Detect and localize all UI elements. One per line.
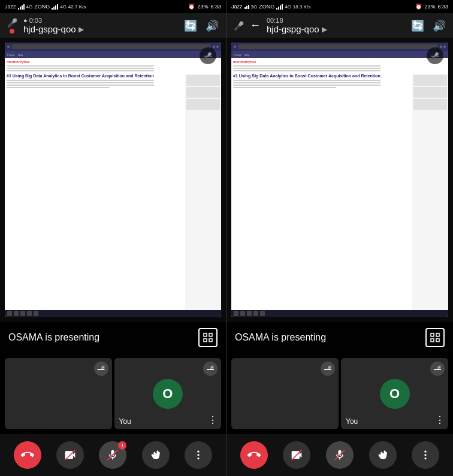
carrier2-right: ZONG: [259, 4, 274, 10]
mute-mic-empty-right: 🎤: [324, 366, 331, 372]
left-panel: Jazz 4G ZONG 4G 42.7 K/s ⏰ 23% 6:33: [0, 0, 226, 476]
controls-bar-left: 1: [0, 434, 226, 476]
sidebar-item-2-right: [413, 87, 447, 98]
svg-point-8: [198, 457, 200, 459]
hand-raise-btn-left[interactable]: [142, 441, 170, 469]
webpage-sidebar-right: [412, 74, 448, 310]
nav-more-left: ···: [26, 53, 28, 56]
participant-mute-you-right[interactable]: 🎤: [430, 361, 445, 376]
call-header-right: 🎤 ← 00:18 hjd-gspg-qoo ▶ 🔄 🔊: [226, 13, 453, 38]
header-actions-right[interactable]: 🔄 🔊: [411, 19, 446, 32]
call-header-left: 🎤 ● 0:03 hjd-gspg-qoo ▶ 🔄 🔊: [0, 13, 226, 38]
signal-type-left: 4G: [26, 4, 33, 10]
participant-mute-you-left[interactable]: 🎤: [203, 361, 218, 376]
taskbar-icon-2-left: [14, 311, 19, 316]
speaker-icon-right[interactable]: 🔊: [433, 19, 446, 32]
participant-mute-empty-right[interactable]: 🎤: [321, 361, 335, 376]
nav-pricing-right: Pricing: [234, 53, 241, 56]
participant-name-right: You: [346, 417, 358, 426]
hand-raise-btn-right[interactable]: [369, 441, 397, 469]
header-actions-left[interactable]: 🔄 🔊: [184, 19, 219, 32]
camera-flip-icon-right[interactable]: 🔄: [411, 19, 424, 32]
mute-icon-left: 🎤: [204, 52, 212, 60]
svg-point-15: [425, 451, 427, 453]
nav-blog-left: Blog: [18, 53, 23, 56]
mute-mic-you-right: 🎤: [434, 366, 441, 372]
participant-tile-you-left: 🎤 O You ⋮: [114, 358, 222, 429]
right-panel: Jazz 3G ZONG 4G 18.3 K/s ⏰ 23% 6:33: [226, 0, 453, 476]
presenting-bar-left: OSAMA is presenting: [0, 322, 226, 353]
call-id-text-left: hjd-gspg-qoo: [23, 24, 76, 34]
camera-flip-icon-left[interactable]: 🔄: [184, 19, 197, 32]
webpage-heading-right: #1 Using Big Data Analytics to Boost Cus…: [233, 74, 380, 79]
speaker-icon-left[interactable]: 🔊: [206, 19, 219, 32]
taskbar-icon-5-left: [34, 311, 38, 316]
mic-btn-right[interactable]: [326, 441, 354, 469]
presenting-text-right: OSAMA is presenting: [235, 332, 326, 343]
carrier2-left: ZONG: [34, 4, 50, 10]
back-arrow-right[interactable]: ←: [250, 19, 261, 32]
text-line-4-right: [233, 80, 380, 81]
end-call-btn-right[interactable]: [240, 441, 268, 469]
mic-btn-left[interactable]: 1: [99, 441, 126, 469]
camera-btn-left[interactable]: [56, 441, 84, 469]
battery-left: 23%: [197, 4, 208, 10]
expand-icon-right[interactable]: [425, 328, 445, 347]
signal-type-right: 3G: [251, 4, 258, 10]
sidebar-item-1-right: [413, 75, 447, 86]
camera-btn-right[interactable]: [283, 441, 310, 469]
alarm-icon-right: ⏰: [415, 4, 422, 10]
svg-rect-10: [436, 333, 439, 336]
battery-right: 23%: [424, 4, 435, 10]
call-id-chevron-left: ▶: [78, 25, 84, 34]
signal-type2-left: 4G: [60, 4, 67, 10]
signal-bars2-right: [276, 4, 283, 10]
alarm-icon-left: ⏰: [188, 4, 195, 10]
screen-share-right: Pricing Blog ··· mentionlytics #1 Using …: [231, 43, 448, 317]
mic-status-icon-left: 🎤: [7, 18, 17, 28]
participant-mute-empty-left[interactable]: 🎤: [94, 361, 108, 376]
signal-bars-right: [244, 5, 249, 9]
mute-mic-you-left: 🎤: [207, 366, 214, 372]
participant-avatar-left: O: [153, 379, 183, 409]
browser-dot2-right: [440, 46, 442, 48]
carrier-right: Jazz: [231, 4, 243, 10]
svg-rect-3: [209, 339, 212, 342]
browser-nav-right: Pricing Blog ···: [231, 51, 448, 58]
mic-badge-left: 1: [118, 441, 126, 450]
end-call-btn-left[interactable]: [14, 441, 41, 469]
text-line-3-right: [233, 70, 380, 71]
signal-type2-right: 4G: [285, 4, 291, 10]
browser-dot-left: [7, 46, 10, 48]
time-right: 6:33: [437, 4, 448, 10]
browser-dot-right: [234, 46, 236, 48]
call-id-text-right: hjd-gspg-qoo: [267, 24, 319, 34]
avatar-letter-right: O: [389, 386, 400, 402]
taskbar-icon-2-right: [240, 311, 245, 316]
browser-taskbar-left: [5, 310, 221, 317]
status-right-left: ⏰ 23% 6:33: [188, 4, 221, 10]
text-line-5-right: [233, 82, 380, 83]
call-id-right: hjd-gspg-qoo ▶: [267, 24, 405, 34]
browser-dot3-right: [443, 46, 446, 48]
text-line-5-left: [7, 82, 154, 83]
taskbar-icon-4-left: [27, 311, 32, 316]
mute-icon-right: 🎤: [431, 52, 439, 60]
participant-options-left[interactable]: ⋮: [208, 414, 218, 426]
call-info-left: ● 0:03 hjd-gspg-qoo ▶: [23, 17, 178, 34]
more-btn-left[interactable]: [185, 441, 212, 469]
svg-rect-0: [204, 333, 207, 336]
status-bar-right: Jazz 3G ZONG 4G 18.3 K/s ⏰ 23% 6:33: [226, 0, 453, 13]
speed-right: 18.3 K/s: [293, 4, 310, 10]
participant-options-right[interactable]: ⋮: [435, 414, 445, 426]
webpage-heading-left: #1 Using Big Data Analytics to Boost Cus…: [7, 74, 154, 79]
text-line-4-left: [7, 80, 154, 81]
mute-overlay-left: 🎤: [200, 47, 216, 64]
participant-avatar-right: O: [380, 379, 410, 409]
nav-blog-right: Blog: [244, 53, 249, 56]
browser-dot2-left: [213, 46, 215, 48]
expand-icon-left[interactable]: [198, 328, 218, 347]
mic-status-icon-right: 🎤: [234, 21, 244, 31]
more-btn-right[interactable]: [412, 441, 439, 469]
webpage-sidebar-left: [185, 74, 221, 310]
